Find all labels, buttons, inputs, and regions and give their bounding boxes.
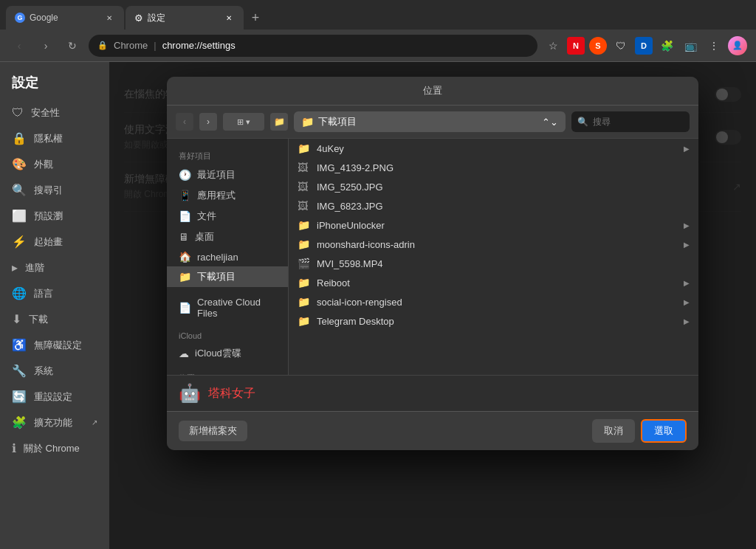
address-text: chrome://settings: [162, 40, 236, 51]
desktop-label: 桌面: [195, 230, 214, 244]
dialog-forward-button[interactable]: ›: [199, 113, 217, 131]
file-item-img6823[interactable]: 🖼 IMG_6823.JPG: [289, 196, 698, 215]
path-icon: 🤖: [179, 383, 201, 404]
file-item-img4139[interactable]: 🖼 IMG_4139-2.PNG: [289, 158, 698, 177]
sidebar-recents[interactable]: 🕐 最近項目: [167, 165, 288, 185]
file-item-social-icon[interactable]: 📁 social-icon-rengised ▶: [289, 292, 698, 311]
mvi5598-label: MVI_5598.MP4: [317, 258, 383, 269]
downloads-icon: 📁: [179, 271, 191, 283]
d-extension-icon[interactable]: D: [635, 37, 653, 55]
dialog-toolbar: ‹ › ⊞ ▾ 📁 📁 下載項目 ⌃⌄: [167, 106, 698, 139]
sidebar-racheljian[interactable]: 🏠 racheljian: [167, 247, 288, 266]
sidebar-item-language[interactable]: 🌐 語言: [0, 280, 109, 306]
mvi5598-icon: 🎬: [298, 258, 311, 269]
lock-icon: 🔒: [97, 41, 108, 50]
address-separator: |: [154, 40, 156, 51]
site-name: Chrome: [114, 40, 148, 51]
sidebar-item-privacy[interactable]: 🔒 隱私權: [0, 125, 109, 151]
search-input[interactable]: [593, 117, 684, 127]
tab-settings-close[interactable]: ✕: [223, 12, 235, 24]
creative-cloud-section: 📄 Creative Cloud Files: [167, 293, 288, 322]
desktop-icon: 🖥: [179, 231, 189, 243]
browser-content: 設定 🛡 安全性 🔒 隱私權 🎨 外觀 🔍 搜尋引 ⬜ 預設瀏: [0, 62, 756, 549]
folder-view-button[interactable]: 📁: [270, 113, 288, 131]
icloud-icon: ☁: [179, 348, 189, 359]
settings-main: 在惱焦的物件上顯示短暫的醒目效果 使用文字游標瀏覽頁面 如要開啟或關閉鍵盤瀏覽功…: [109, 62, 756, 549]
downloads-label: 下載項目: [197, 270, 236, 283]
select-button[interactable]: 選取: [641, 419, 687, 443]
favourites-section: 喜好項目 🕐 最近項目 📱 應用程式 📄: [167, 148, 288, 287]
sidebar-item-default[interactable]: ⬜ 預設瀏: [0, 203, 109, 229]
file-item-img5250[interactable]: 🖼 IMG_5250.JPG: [289, 177, 698, 196]
social-icon-arrow: ▶: [684, 298, 690, 306]
forward-button[interactable]: ›: [35, 35, 56, 56]
file-item-reiboot[interactable]: 📁 Reiboot ▶: [289, 273, 698, 292]
sidebar-extensions-label: 擴充功能: [34, 416, 72, 429]
documents-label: 文件: [197, 210, 216, 223]
back-button[interactable]: ‹: [9, 35, 30, 56]
security-icon: 🛡: [12, 106, 24, 120]
search-icon: 🔍: [577, 117, 588, 127]
sidebar-apps[interactable]: 📱 應用程式: [167, 185, 288, 206]
search-bar: 🔍: [571, 111, 690, 132]
download-icon: ⬇: [12, 312, 21, 326]
tab-google-close[interactable]: ✕: [103, 12, 115, 24]
profile-avatar[interactable]: 👤: [728, 36, 747, 55]
sidebar-item-about[interactable]: ℹ 關於 Chrome: [0, 435, 109, 461]
4ukey-icon: 📁: [298, 142, 311, 154]
file-picker-dialog: 位置 ‹ › ⊞ ▾ 📁 📁 下載項目: [167, 77, 698, 450]
img4139-icon: 🖼: [298, 162, 311, 173]
sidebar-item-appearance[interactable]: 🎨 外觀: [0, 151, 109, 177]
sidebar-creative-cloud[interactable]: 📄 Creative Cloud Files: [167, 293, 288, 322]
bookmark-icon[interactable]: ☆: [543, 36, 563, 55]
extensions-external-icon: ↗: [92, 418, 97, 427]
netflix-icon[interactable]: N: [567, 37, 585, 55]
sidebar-item-extensions[interactable]: 🧩 擴充功能 ↗: [0, 410, 109, 435]
sidebar-item-accessibility[interactable]: ♿ 無障礙設定: [0, 332, 109, 358]
search-icon: 🔍: [12, 183, 27, 197]
accessibility-icon: ♿: [12, 338, 27, 352]
new-folder-button[interactable]: 新增檔案夾: [179, 421, 247, 441]
selected-path-display: 🤖 塔科女子: [179, 383, 687, 404]
sidebar-icloud-drive[interactable]: ☁ iCloud雲碟: [167, 343, 288, 364]
file-item-4ukey[interactable]: 📁 4uKey ▶: [289, 139, 698, 158]
location-dropdown[interactable]: 📁 下載項目 ⌃⌄: [294, 111, 566, 132]
icloud-section: iCloud ☁ iCloud雲碟: [167, 328, 288, 364]
address-bar[interactable]: 🔒 Chrome | chrome://settings: [89, 35, 537, 57]
sidebar-documents[interactable]: 📄 文件: [167, 206, 288, 227]
sidebar-item-search[interactable]: 🔍 搜尋引: [0, 177, 109, 203]
sidebar-item-system[interactable]: 🔧 系統: [0, 358, 109, 384]
sidebar-item-advanced[interactable]: ▸ 進階: [0, 255, 109, 280]
telegram-icon: 📁: [298, 315, 311, 327]
sidebar-item-download[interactable]: ⬇ 下載: [0, 306, 109, 332]
cast-icon[interactable]: 📺: [681, 36, 700, 55]
reset-icon: 🔄: [12, 390, 27, 404]
tab-google[interactable]: G Google ✕: [6, 6, 124, 30]
dialog-back-button[interactable]: ‹: [176, 113, 193, 131]
reload-button[interactable]: ↻: [62, 35, 83, 56]
reiboot-label: Reiboot: [317, 277, 350, 289]
view-toggle-button[interactable]: ⊞ ▾: [223, 113, 264, 131]
sidebar-item-reset[interactable]: 🔄 重設設定: [0, 384, 109, 410]
sidebar-advanced-label: 進階: [25, 261, 44, 274]
file-item-iphoneunlocker[interactable]: 📁 iPhoneUnlocker ▶: [289, 215, 698, 235]
puzzle-icon[interactable]: 🧩: [657, 36, 676, 55]
cancel-button[interactable]: 取消: [592, 419, 635, 443]
file-item-moonshard[interactable]: 📁 moonshard-icons-adrin ▶: [289, 235, 698, 254]
new-tab-button[interactable]: +: [245, 7, 266, 28]
file-item-mvi5598[interactable]: 🎬 MVI_5598.MP4: [289, 254, 698, 273]
sidebar-desktop[interactable]: 🖥 桌面: [167, 227, 288, 247]
menu-icon[interactable]: ⋮: [704, 36, 724, 55]
toolbar-right: ☆ N S 🛡 D 🧩 📺 ⋮ 👤: [543, 36, 747, 55]
tab-settings[interactable]: ⚙ 設定 ✕: [126, 6, 244, 30]
sidebar-item-startup[interactable]: ⚡ 起始畫: [0, 229, 109, 255]
sidebar-startup-label: 起始畫: [34, 235, 63, 249]
file-item-telegram[interactable]: 📁 Telegram Desktop ▶: [289, 311, 698, 331]
social-icon-label: social-icon-rengised: [317, 297, 402, 308]
sidebar-item-security[interactable]: 🛡 安全性: [0, 100, 109, 125]
sidebar-downloads[interactable]: 📁 下載項目: [167, 266, 288, 287]
path-label: 塔科女子: [208, 386, 255, 401]
reddit-icon[interactable]: S: [589, 37, 607, 55]
shield-icon[interactable]: 🛡: [611, 36, 630, 55]
4ukey-arrow: ▶: [684, 145, 690, 153]
